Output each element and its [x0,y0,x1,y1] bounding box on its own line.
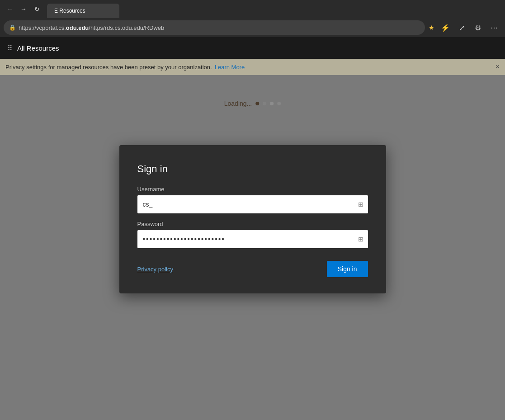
signin-title: Sign in [137,163,368,175]
extensions-button[interactable]: ⚡ [438,20,453,35]
toolbar-icons: ⚡ ⤢ ⚙ ⋯ [438,20,501,35]
password-label: Password [137,221,368,227]
signin-button[interactable]: Sign in [327,261,368,277]
loading-text: Loading... [224,100,252,107]
tab-strip: E Resources [47,0,501,18]
forward-icon: → [20,5,27,13]
username-label: Username [137,186,368,193]
password-input[interactable] [137,230,368,248]
password-input-wrapper: ⊞ [137,230,368,248]
notification-close-button[interactable]: × [496,63,500,71]
dot-2 [263,102,266,105]
refresh-button[interactable]: ↻ [31,3,43,15]
dot-4 [277,102,281,105]
extensions-icon: ⚡ [441,24,450,32]
back-icon: ← [7,5,13,13]
password-field-icon: ⊞ [358,236,363,243]
username-input-wrapper: ⊞ [137,195,368,213]
close-icon: × [496,63,500,71]
address-text: https://vcportal.cs.odu.edu/https/rds.cs… [19,24,420,31]
address-input-container[interactable]: 🔒 https://vcportal.cs.odu.edu/https/rds.… [4,20,425,35]
more-button[interactable]: ⋯ [487,20,501,35]
back-button[interactable]: ← [4,3,16,15]
more-icon: ⋯ [491,24,498,32]
grid-icon: ⠿ [7,44,13,52]
password-group: Password ⊞ [137,221,368,248]
dot-3 [270,102,274,105]
address-bar: 🔒 https://vcportal.cs.odu.edu/https/rds.… [0,18,505,37]
loading-area: Loading... [224,100,281,107]
loading-dots [255,102,281,105]
star-icon: ★ [429,24,434,31]
learn-more-link[interactable]: Learn More [215,64,245,71]
app-header: ⠿ All Resources [0,37,505,59]
signin-dialog: Sign in Username ⊞ Password ⊞ Privacy po… [119,145,386,293]
lock-icon: 🔒 [9,24,16,31]
settings-button[interactable]: ⚙ [471,20,485,35]
privacy-policy-link[interactable]: Privacy policy [137,266,173,273]
resize-icon: ⤢ [459,24,465,32]
forward-button[interactable]: → [17,3,30,15]
form-footer: Privacy policy Sign in [137,261,368,277]
bookmark-button[interactable]: ★ [428,23,435,32]
nav-buttons: ← → ↻ [4,3,43,15]
username-field-icon: ⊞ [358,201,363,208]
notification-text: Privacy settings for managed resources h… [5,64,212,71]
username-group: Username ⊞ [137,186,368,213]
notification-bar: Privacy settings for managed resources h… [0,59,505,75]
main-content: Loading... Sign in Username ⊞ Password ⊞ [0,75,505,420]
dot-1 [255,102,259,105]
username-input[interactable] [137,195,368,213]
active-tab[interactable]: E Resources [47,4,119,18]
app-title: All Resources [17,44,59,52]
refresh-icon: ↻ [34,5,40,13]
settings-icon: ⚙ [475,24,481,32]
resize-button[interactable]: ⤢ [454,20,469,35]
tab-label: E Resources [54,8,85,14]
tab-bar: ← → ↻ E Resources [0,0,505,18]
